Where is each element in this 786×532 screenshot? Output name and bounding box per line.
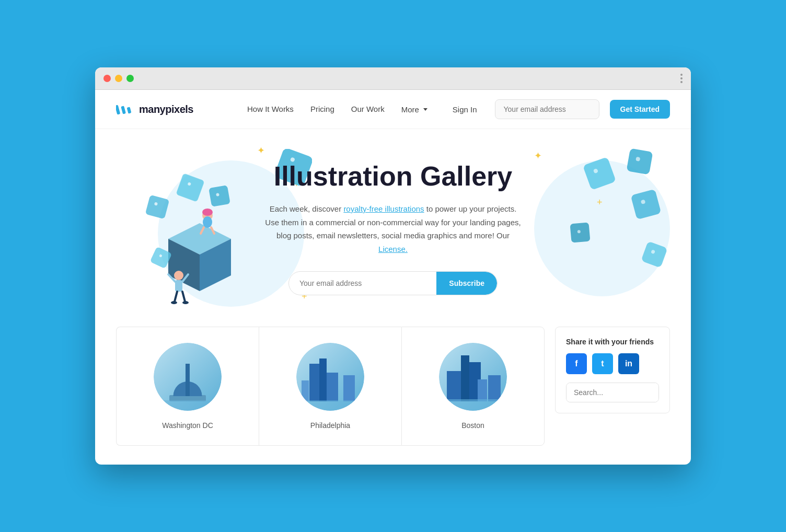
svg-rect-2	[127, 107, 132, 113]
gallery-card-washington[interactable]: Washington DC	[116, 327, 259, 446]
card-label-washington: Washington DC	[127, 421, 248, 430]
nav-item-our-work[interactable]: Our Work	[344, 105, 392, 114]
city-illustration-philadelphia	[296, 343, 364, 411]
svg-line-25	[182, 292, 185, 302]
browser-chrome	[95, 67, 691, 90]
royalty-free-link[interactable]: royalty-free illustrations	[343, 204, 424, 213]
share-buttons: f t in	[566, 353, 659, 374]
nav-email-input[interactable]	[495, 99, 599, 119]
nav-item-more[interactable]: More	[394, 101, 435, 118]
share-title: Share it with your friends	[566, 338, 659, 346]
city-illustration-boston	[439, 343, 507, 411]
share-facebook-button[interactable]: f	[566, 353, 587, 374]
browser-menu-icon[interactable]	[680, 74, 683, 83]
card-image-philadelphia	[296, 343, 364, 411]
hero-desc-before: Each week, discover	[270, 204, 344, 213]
card-label-philadelphia: Philadelphia	[270, 421, 391, 430]
svg-point-27	[182, 301, 189, 304]
card-label-boston: Boston	[412, 421, 534, 430]
svg-rect-32	[631, 189, 662, 220]
hero-email-input[interactable]	[289, 272, 436, 295]
dot-maximize[interactable]	[126, 75, 134, 82]
svg-line-24	[175, 292, 177, 302]
svg-point-26	[171, 301, 177, 304]
sparkle-3: ✦	[534, 150, 542, 161]
dot-close[interactable]	[103, 75, 111, 82]
nav-link-our-work[interactable]: Our Work	[344, 100, 392, 118]
share-twitter-button[interactable]: t	[592, 353, 613, 374]
logo-text: manypixels	[139, 103, 193, 115]
nav-link-pricing[interactable]: Pricing	[303, 100, 342, 118]
nav-item-pricing[interactable]: Pricing	[303, 105, 342, 114]
nav-links: How It Works Pricing Our Work More	[240, 101, 435, 118]
search-input[interactable]	[567, 383, 659, 402]
navbar: manypixels How It Works Pricing Our Work…	[95, 90, 691, 129]
card-image-washington	[154, 343, 222, 411]
dot-minimize[interactable]	[115, 75, 122, 82]
logo-svg	[116, 103, 135, 115]
svg-point-17	[203, 216, 212, 228]
svg-rect-34	[641, 241, 667, 268]
facebook-icon: f	[575, 359, 577, 368]
city-illustration-washington	[154, 343, 222, 411]
gallery-card-philadelphia[interactable]: Philadelphia	[259, 327, 401, 446]
logo-icon	[116, 103, 135, 115]
page-content: manypixels How It Works Pricing Our Work…	[95, 90, 691, 456]
card-image-boston	[439, 343, 507, 411]
hero-title: Illustration Gallery	[116, 160, 670, 192]
hero-subscribe-form: Subscribe	[288, 271, 498, 295]
nav-link-more[interactable]: More	[394, 101, 435, 118]
svg-point-16	[202, 209, 213, 216]
license-link[interactable]: License.	[378, 245, 408, 253]
svg-point-20	[174, 271, 183, 280]
share-linkedin-button[interactable]: in	[618, 353, 639, 374]
browser-dots	[103, 75, 134, 82]
hero-section: ✦ + ✦ + +	[95, 129, 691, 316]
svg-rect-9	[145, 195, 170, 219]
chevron-down-icon	[423, 108, 427, 111]
twitter-icon: t	[601, 359, 604, 368]
nav-item-how-it-works[interactable]: How It Works	[240, 105, 301, 114]
search-box	[566, 383, 659, 402]
subscribe-button[interactable]: Subscribe	[436, 272, 497, 295]
signin-link[interactable]: Sign In	[445, 101, 484, 118]
get-started-button[interactable]: Get Started	[610, 100, 670, 119]
browser-window: manypixels How It Works Pricing Our Work…	[95, 67, 691, 465]
linkedin-icon: in	[625, 359, 632, 368]
logo[interactable]: manypixels	[116, 103, 193, 115]
svg-rect-21	[175, 280, 182, 292]
hero-description: Each week, discover royalty-free illustr…	[262, 202, 524, 256]
svg-rect-0	[116, 105, 120, 115]
gallery-card-boston[interactable]: Boston	[401, 327, 545, 446]
share-box: Share it with your friends f t in	[555, 327, 670, 413]
nav-link-how-it-works[interactable]: How It Works	[240, 100, 301, 118]
gallery-cards: Washington DC Philadelph	[116, 327, 545, 446]
gallery-section: Washington DC Philadelph	[95, 316, 691, 456]
svg-rect-1	[121, 106, 126, 114]
gallery-sidebar: Share it with your friends f t in	[555, 327, 670, 446]
